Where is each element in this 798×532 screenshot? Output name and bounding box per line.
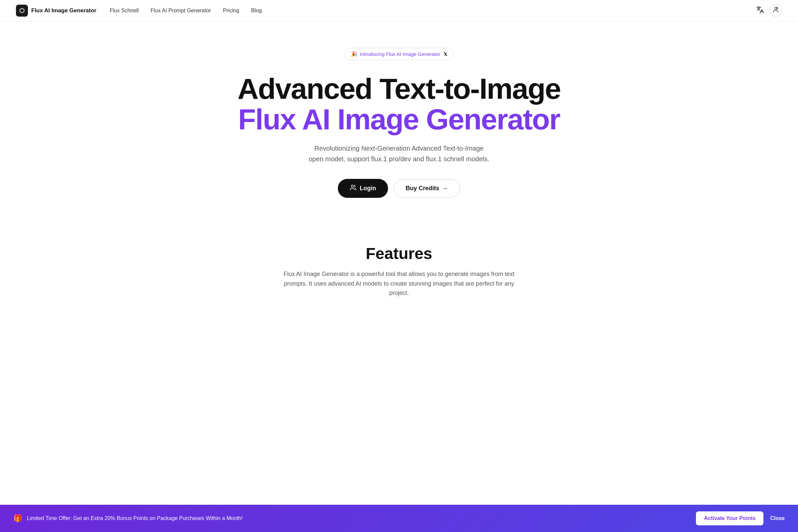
x-logo-icon: 𝕏: [443, 52, 447, 57]
nav-link-flux-schnell[interactable]: Flux Schnell: [110, 8, 139, 13]
arrow-icon: →: [442, 185, 448, 192]
features-subtitle: Flux AI Image Generator is a powerful to…: [274, 269, 524, 298]
buy-credits-button[interactable]: Buy Credits →: [393, 179, 460, 197]
badge-text: Introducing Flux AI Image Generator: [360, 51, 440, 57]
brand-name: Flux AI Image Generator: [31, 7, 96, 14]
hero-subtitle-line2: open model, support flux.1 pro/dev and f…: [308, 155, 490, 163]
features-section: Features Flux AI Image Generator is a po…: [0, 218, 798, 318]
login-button[interactable]: Login: [338, 179, 388, 198]
hero-buttons: Login Buy Credits →: [338, 179, 460, 198]
login-label: Login: [360, 185, 376, 192]
nav-links: Flux Schnell Flux AI Prompt Generator Pr…: [110, 8, 262, 14]
banner-offer-text: Limited Time Offer: Get an Extra 20% Bon…: [27, 515, 243, 521]
nav-item-pricing[interactable]: Pricing: [223, 8, 239, 14]
navbar: ⬡ Flux AI Image Generator Flux Schnell F…: [0, 0, 798, 21]
activate-points-button[interactable]: Activate Your Points: [696, 511, 763, 525]
svg-point-0: [775, 7, 777, 10]
banner-left: 🎁 Limited Time Offer: Get an Extra 20% B…: [13, 514, 243, 523]
user-menu-button[interactable]: [770, 4, 782, 17]
gift-icon: 🎁: [13, 514, 22, 523]
bottom-banner: 🎁 Limited Time Offer: Get an Extra 20% B…: [0, 505, 798, 532]
nav-item-blog[interactable]: Blog: [251, 8, 262, 14]
announcement-badge[interactable]: 🎉 Introducing Flux AI Image Generator 𝕏: [344, 48, 454, 60]
buy-credits-label: Buy Credits: [406, 185, 439, 192]
brand-icon: ⬡: [16, 5, 28, 17]
hero-section: 🎉 Introducing Flux AI Image Generator 𝕏 …: [0, 21, 798, 218]
nav-link-blog[interactable]: Blog: [251, 8, 262, 13]
features-subtitle-line2: prompts. It uses advanced AI models to c…: [284, 280, 514, 297]
translate-button[interactable]: [756, 6, 764, 16]
nav-link-prompt-generator[interactable]: Flux AI Prompt Generator: [151, 8, 211, 13]
brand-logo[interactable]: ⬡ Flux AI Image Generator: [16, 5, 96, 17]
user-icon: [773, 6, 779, 15]
nav-item-flux-schnell[interactable]: Flux Schnell: [110, 8, 139, 14]
close-banner-button[interactable]: Close: [770, 515, 785, 521]
hero-title-line2: Flux AI Image Generator: [238, 104, 560, 135]
nav-item-prompt-generator[interactable]: Flux AI Prompt Generator: [151, 8, 211, 14]
nav-link-pricing[interactable]: Pricing: [223, 8, 239, 13]
navbar-right: [756, 4, 782, 17]
banner-right: Activate Your Points Close: [696, 511, 785, 525]
badge-emoji: 🎉: [351, 51, 358, 57]
login-user-icon: [350, 184, 357, 192]
hero-subtitle-line1: Revolutionizing Next-Generation Advanced…: [315, 145, 484, 152]
hero-title-line1: Advanced Text-to-Image: [238, 74, 560, 104]
features-title: Features: [16, 244, 782, 263]
hero-subtitle: Revolutionizing Next-Generation Advanced…: [308, 143, 490, 164]
svg-point-1: [351, 185, 354, 187]
navbar-left: ⬡ Flux AI Image Generator Flux Schnell F…: [16, 5, 262, 17]
translate-icon: [756, 6, 764, 16]
features-subtitle-line1: Flux AI Image Generator is a powerful to…: [284, 271, 514, 277]
